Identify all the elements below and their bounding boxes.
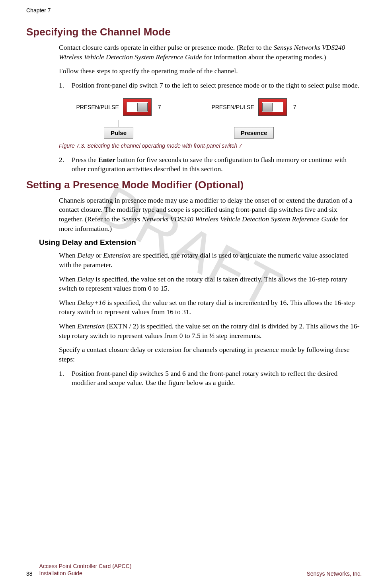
paragraph: When Delay or Extension are specified, t… (59, 251, 362, 270)
switch-number: 7 (293, 104, 296, 110)
figure-dip-switch: PRESEN/PULSE 7 Pulse PRESEN/PULSE (59, 95, 362, 139)
paragraph: When Extension (EXTN / 2) is specified, … (59, 322, 362, 340)
figure-caption: Figure 7.3. Selecting the channel operat… (59, 143, 362, 149)
list-number: 2. (59, 155, 72, 174)
term: Delay+16 (77, 299, 105, 307)
paragraph: Contact closure cards operate in either … (59, 43, 362, 62)
footer-title-line1: Access Point Controller Card (APCC) (39, 563, 132, 569)
button-mention: Enter (98, 156, 115, 164)
page-footer: 38 Access Point Controller Card (APCC) I… (0, 563, 388, 577)
text: is specified, the value set on the rotar… (59, 275, 347, 293)
text: When (59, 251, 77, 259)
text: Press the (72, 156, 98, 164)
term: Extension (77, 322, 105, 330)
dip-panel-icon (258, 98, 287, 116)
chapter-header: Chapter 7 (0, 0, 388, 17)
section-title-presence-modifier: Setting a Presence Mode Modifier (Option… (26, 179, 362, 191)
list-item: 1. Position front-panel dip switch 7 to … (59, 81, 362, 90)
term: Extension (103, 251, 131, 259)
dip-slot (127, 102, 148, 112)
list-number: 1. (59, 369, 72, 388)
paragraph: When Delay+16 is specified, the value se… (59, 298, 362, 317)
subsection-title-delay-extension: Using Delay and Extension (39, 238, 362, 247)
switch-label: PRESEN/PULSE (76, 104, 119, 110)
dip-panel-icon (123, 98, 152, 116)
dip-unit-pulse: PRESEN/PULSE 7 Pulse (59, 95, 178, 139)
paragraph: Channels operating in presence mode may … (59, 196, 362, 234)
reference-title: Sensys Networks VDS240 Wireless Vehicle … (122, 215, 338, 223)
text: or (94, 251, 103, 259)
paragraph: When Delay is specified, the value set o… (59, 275, 362, 293)
figure-tag-presence: Presence (234, 127, 274, 139)
list-item: 2. Press the Enter button for five secon… (59, 155, 362, 174)
list-text: Press the Enter button for five seconds … (72, 155, 362, 174)
paragraph: Follow these steps to specify the operat… (59, 66, 362, 76)
text: When (59, 275, 77, 283)
dip-slider-icon (137, 103, 148, 111)
switch-label: PRESEN/PULSE (211, 104, 254, 110)
list-number: 1. (59, 81, 72, 90)
term: Delay (77, 275, 94, 283)
term: Delay (77, 251, 94, 259)
text: When (59, 322, 77, 330)
switch-number: 7 (158, 104, 161, 110)
text: for information about the operating mode… (202, 53, 326, 61)
text: When (59, 299, 77, 307)
footer-title-line2: Installation Guide (39, 570, 82, 576)
footer-company: Sensys Networks, Inc. (307, 570, 362, 577)
text: Contact closure cards operate in either … (59, 43, 273, 51)
dip-slot (262, 102, 283, 112)
paragraph: Specify a contact closure delay or exten… (59, 345, 362, 364)
list-item: 1. Position front-panel dip switches 5 a… (59, 369, 362, 388)
list-text: Position front-panel dip switch 7 to the… (72, 81, 359, 90)
figure-tag-pulse: Pulse (104, 127, 133, 139)
list-text: Position front-panel dip switches 5 and … (72, 369, 362, 388)
dip-slider-icon (262, 103, 273, 111)
dip-unit-presence: PRESEN/PULSE 7 Presence (194, 95, 314, 139)
page-number: 38 (26, 570, 36, 577)
section-title-channel-mode: Specifying the Channel Mode (26, 26, 362, 38)
